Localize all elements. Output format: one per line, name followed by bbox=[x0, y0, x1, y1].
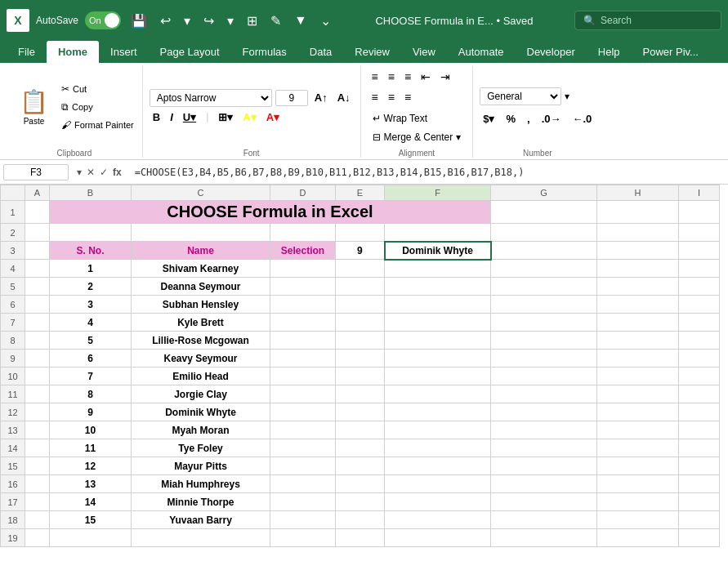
cell-f7[interactable] bbox=[385, 314, 491, 332]
cell-g12[interactable] bbox=[491, 403, 597, 421]
search-box[interactable]: 🔍 bbox=[574, 11, 721, 30]
row-header-17[interactable]: 17 bbox=[1, 493, 25, 511]
cell-e14[interactable] bbox=[336, 439, 385, 457]
cell-f14[interactable] bbox=[385, 439, 491, 457]
cell-e18[interactable] bbox=[336, 511, 385, 529]
cell-f6[interactable] bbox=[385, 296, 491, 314]
align-right-button[interactable]: ≡ bbox=[400, 88, 415, 106]
cell-e4[interactable] bbox=[336, 260, 385, 278]
cell-c10[interactable]: Emilio Head bbox=[132, 368, 270, 385]
tab-developer[interactable]: Developer bbox=[516, 41, 587, 63]
cell-i12[interactable] bbox=[679, 403, 720, 421]
fill-color-button[interactable]: A▾ bbox=[239, 109, 259, 125]
cell-c6[interactable]: Subhan Hensley bbox=[132, 296, 270, 314]
format-painter-button[interactable]: 🖌 Format Painter bbox=[60, 118, 136, 132]
row-header-13[interactable]: 13 bbox=[1, 421, 25, 439]
cell-d6[interactable] bbox=[270, 296, 336, 314]
cell-a5[interactable] bbox=[25, 278, 50, 296]
cell-a15[interactable] bbox=[25, 457, 50, 475]
cell-i15[interactable] bbox=[679, 457, 720, 475]
cell-d14[interactable] bbox=[270, 439, 336, 457]
cell-h14[interactable] bbox=[597, 439, 679, 457]
tab-home[interactable]: Home bbox=[47, 41, 99, 63]
cell-b3-sno[interactable]: S. No. bbox=[50, 242, 132, 260]
cell-f4[interactable] bbox=[385, 260, 491, 278]
cell-b16[interactable]: 13 bbox=[50, 475, 132, 493]
cell-f19[interactable] bbox=[385, 529, 491, 547]
cell-e2[interactable] bbox=[336, 224, 385, 242]
cell-f9[interactable] bbox=[385, 350, 491, 368]
cell-c15[interactable]: Mayur Pitts bbox=[132, 457, 270, 475]
tab-automate[interactable]: Automate bbox=[447, 41, 516, 63]
cell-h15[interactable] bbox=[597, 457, 679, 475]
cell-i10[interactable] bbox=[679, 368, 720, 385]
cell-h17[interactable] bbox=[597, 493, 679, 511]
cell-i16[interactable] bbox=[679, 475, 720, 493]
tab-power-pivot[interactable]: Power Piv... bbox=[632, 41, 710, 63]
cell-i13[interactable] bbox=[679, 421, 720, 439]
wrap-text-button[interactable]: ↵ Wrap Text bbox=[368, 110, 433, 127]
cell-a1[interactable] bbox=[25, 201, 50, 224]
cell-b2[interactable] bbox=[50, 224, 132, 242]
cell-h19[interactable] bbox=[597, 529, 679, 547]
row-header-16[interactable]: 16 bbox=[1, 475, 25, 493]
tab-data[interactable]: Data bbox=[298, 41, 343, 63]
spreadsheet[interactable]: A B C D E F G H I 1 CHOOSE Formula in Ex… bbox=[0, 185, 728, 588]
cell-a4[interactable] bbox=[25, 260, 50, 278]
cell-e16[interactable] bbox=[336, 475, 385, 493]
cell-g6[interactable] bbox=[491, 296, 597, 314]
cell-g11[interactable] bbox=[491, 385, 597, 403]
font-name-select[interactable]: Aptos Narrow bbox=[150, 89, 272, 107]
indent-dec-button[interactable]: ⇤ bbox=[417, 68, 435, 86]
cell-h4[interactable] bbox=[597, 260, 679, 278]
cell-h9[interactable] bbox=[597, 350, 679, 368]
tab-page-layout[interactable]: Page Layout bbox=[149, 41, 231, 63]
cell-g9[interactable] bbox=[491, 350, 597, 368]
cell-h11[interactable] bbox=[597, 385, 679, 403]
cell-b7[interactable]: 4 bbox=[50, 314, 132, 332]
tab-review[interactable]: Review bbox=[343, 41, 401, 63]
cell-b17[interactable]: 14 bbox=[50, 493, 132, 511]
cell-e5[interactable] bbox=[336, 278, 385, 296]
align-left-button[interactable]: ≡ bbox=[368, 88, 382, 106]
cell-c16[interactable]: Miah Humphreys bbox=[132, 475, 270, 493]
row-header-18[interactable]: 18 bbox=[1, 511, 25, 529]
cell-b8[interactable]: 5 bbox=[50, 332, 132, 350]
cell-d12[interactable] bbox=[270, 403, 336, 421]
cell-f15[interactable] bbox=[385, 457, 491, 475]
cell-e3-value[interactable]: 9 bbox=[336, 242, 385, 260]
cell-c2[interactable] bbox=[132, 224, 270, 242]
cell-i6[interactable] bbox=[679, 296, 720, 314]
col-header-a[interactable]: A bbox=[25, 185, 50, 201]
dec-decrease-button[interactable]: ←.0 bbox=[569, 111, 596, 127]
cell-d11[interactable] bbox=[270, 385, 336, 403]
font-increase-button[interactable]: A↑ bbox=[311, 90, 331, 105]
cell-a14[interactable] bbox=[25, 439, 50, 457]
align-top-right-button[interactable]: ≡ bbox=[400, 68, 415, 86]
cell-g5[interactable] bbox=[491, 278, 597, 296]
cell-a17[interactable] bbox=[25, 493, 50, 511]
cell-g7[interactable] bbox=[491, 314, 597, 332]
dec-increase-button[interactable]: .0→ bbox=[538, 111, 565, 127]
row-header-10[interactable]: 10 bbox=[1, 368, 25, 385]
cell-b15[interactable]: 12 bbox=[50, 457, 132, 475]
number-format-select[interactable]: General bbox=[480, 87, 561, 105]
cell-f12[interactable] bbox=[385, 403, 491, 421]
font-size-input[interactable] bbox=[275, 90, 308, 106]
paste-button[interactable]: 📋 Paste bbox=[13, 85, 55, 129]
redo-dropdown-icon[interactable]: ▾ bbox=[224, 10, 237, 32]
col-header-d[interactable]: D bbox=[270, 185, 336, 201]
col-header-h[interactable]: H bbox=[597, 185, 679, 201]
cell-c19[interactable] bbox=[132, 529, 270, 547]
cell-h1[interactable] bbox=[597, 201, 679, 224]
cell-c11[interactable]: Jorgie Clay bbox=[132, 385, 270, 403]
currency-button[interactable]: $▾ bbox=[480, 111, 498, 127]
cell-f13[interactable] bbox=[385, 421, 491, 439]
cell-c3-name[interactable]: Name bbox=[132, 242, 270, 260]
cut-button[interactable]: ✂ Cut bbox=[60, 82, 136, 96]
col-header-g[interactable]: G bbox=[491, 185, 597, 201]
cell-a8[interactable] bbox=[25, 332, 50, 350]
cell-d5[interactable] bbox=[270, 278, 336, 296]
cell-b9[interactable]: 6 bbox=[50, 350, 132, 368]
cell-d17[interactable] bbox=[270, 493, 336, 511]
